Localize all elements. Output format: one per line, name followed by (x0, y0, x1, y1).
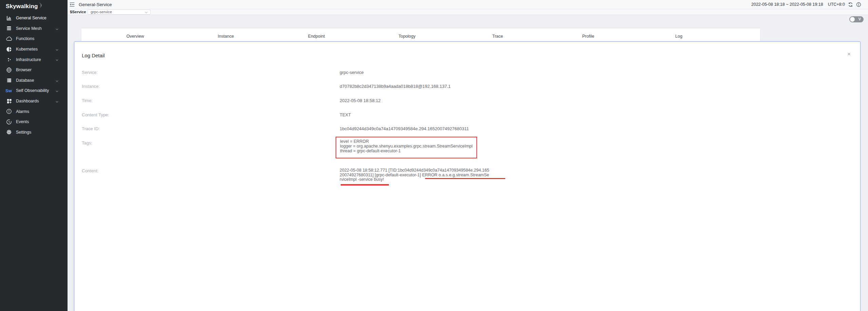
service-toolbar: $Service grpc-service (68, 9, 868, 15)
service-select[interactable]: grpc-service (88, 9, 151, 15)
log-detail-panel: Log Detail × Service:grpc-serviceInstanc… (74, 41, 861, 311)
menu-fold-icon[interactable] (70, 2, 75, 7)
log-detail-title: Log Detail (82, 53, 105, 58)
field-label-trace-id: Trace ID: (82, 126, 100, 131)
refresh-icon[interactable] (848, 2, 853, 7)
red-underline-annotation (425, 178, 505, 179)
toggle-label: V (858, 17, 861, 21)
page-title: General-Service (79, 2, 112, 7)
chevron-down-icon (55, 58, 59, 63)
field-value-content-type: TEXT (340, 112, 351, 117)
database-icon (5, 78, 13, 83)
close-icon[interactable]: × (847, 51, 851, 57)
sidebar-item-label: Infrastructure (16, 57, 41, 62)
tag-line: level = ERROR (340, 139, 473, 144)
log-content-line: 20074927680311] [grpc-default-executor-1… (340, 173, 489, 178)
field-label-time: Time: (82, 98, 93, 103)
field-value-trace-id: 1bc04d9244d349c0a74a14709349584e.294.165… (340, 126, 469, 131)
sidebar-item-service-mesh[interactable]: Service Mesh (0, 23, 68, 34)
timezone-label: UTC+8:0 (828, 2, 845, 7)
gear-icon (5, 129, 13, 135)
sidebar: Skywalking General ServiceService MeshFu… (0, 0, 68, 311)
sidebar-item-alarms[interactable]: Alarms (0, 106, 68, 117)
tags-label: Tags: (82, 140, 92, 145)
field-value-instance: d70782b8c2d347138b9a4aada018b818@192.168… (340, 84, 451, 89)
globe-icon (5, 67, 13, 73)
chevron-down-icon (55, 48, 59, 53)
events-icon (5, 119, 13, 125)
app-logo: Skywalking (0, 0, 68, 12)
top-header: General-Service 2022-05-08 18:18 ~ 2022-… (68, 0, 868, 9)
cloud-icon (5, 36, 13, 41)
tag-line: thread = grpc-default-executor-1 (340, 149, 473, 153)
sidebar-item-label: Self Observability (16, 88, 49, 93)
sidebar-item-label: Dashboards (16, 99, 39, 103)
sidebar-menu: General ServiceService MeshFunctionsKube… (0, 13, 68, 137)
chevron-down-icon (55, 27, 59, 32)
version-toggle[interactable]: V (849, 16, 864, 22)
sidebar-item-label: Kubernetes (16, 47, 38, 52)
log-content-line: 2022-05-08 18:58:12.771 [TID:1bc04d9244d… (340, 168, 489, 173)
field-value-service: grpc-service (340, 70, 364, 75)
app-logo-text: Skywalking (6, 3, 38, 10)
chevron-down-icon (55, 79, 59, 84)
content-area: OverviewInstanceEndpointTopologyTracePro… (68, 15, 868, 311)
chevron-down-icon (55, 100, 59, 104)
sidebar-item-label: Functions (16, 36, 34, 41)
sidebar-item-label: Service Mesh (16, 26, 42, 31)
field-label-instance: Instance: (82, 84, 100, 89)
sidebar-item-general-service[interactable]: General Service (0, 13, 68, 23)
service-select-value: grpc-service (91, 10, 112, 14)
sidebar-item-database[interactable]: Database (0, 75, 68, 86)
sidebar-item-label: Events (16, 119, 29, 124)
chevron-down-icon (145, 11, 148, 15)
pie-icon (5, 46, 13, 52)
toggle-knob (850, 17, 855, 22)
sidebar-item-browser[interactable]: Browser (0, 65, 68, 75)
grid-icon (5, 98, 13, 104)
sidebar-item-label: Database (16, 78, 34, 83)
alarm-icon (5, 109, 13, 114)
log-content-text: 2022-05-08 18:58:12.771 [TID:1bc04d9244d… (340, 168, 489, 182)
red-underline-annotation (341, 184, 389, 186)
header-right-group: 2022-05-08 18:18 ~ 2022-05-08 19:18 UTC+… (751, 2, 861, 7)
sidebar-item-kubernetes[interactable]: Kubernetes (0, 44, 68, 55)
logo-crescent-icon (38, 2, 43, 8)
chevron-down-icon (55, 89, 59, 94)
field-label-service: Service: (82, 70, 98, 75)
tag-line: logger = org.apache.shenyu.examples.grpc… (340, 144, 473, 149)
dots-icon (5, 57, 13, 62)
service-label: $Service (70, 10, 86, 14)
sidebar-item-label: General Service (16, 16, 46, 20)
layers-icon (5, 25, 13, 31)
info-icon[interactable] (856, 2, 861, 7)
content-label: Content: (82, 168, 98, 173)
sidebar-item-dashboards[interactable]: Dashboards (0, 96, 68, 106)
sidebar-item-functions[interactable]: Functions (0, 34, 68, 44)
sidebar-item-self-observability[interactable]: SwSelf Observability (0, 85, 68, 96)
sidebar-item-infrastructure[interactable]: Infrastructure (0, 54, 68, 65)
sidebar-item-label: Settings (16, 130, 31, 135)
time-range-picker[interactable]: 2022-05-08 18:18 ~ 2022-05-08 19:18 (751, 2, 823, 7)
sidebar-item-settings[interactable]: Settings (0, 127, 68, 138)
sidebar-item-label: Alarms (16, 109, 29, 114)
sidebar-item-events[interactable]: Events (0, 117, 68, 127)
field-label-content-type: Content Type: (82, 112, 109, 117)
main-area: General-Service 2022-05-08 18:18 ~ 2022-… (68, 0, 868, 311)
sidebar-item-label: Browser (16, 67, 32, 72)
chart-icon (5, 15, 13, 21)
tags-annotation-box: level = ERRORlogger = org.apache.shenyu.… (336, 137, 477, 158)
field-value-time: 2022-05-08 18:58:12 (340, 98, 381, 103)
sw-icon: Sw (5, 88, 13, 93)
